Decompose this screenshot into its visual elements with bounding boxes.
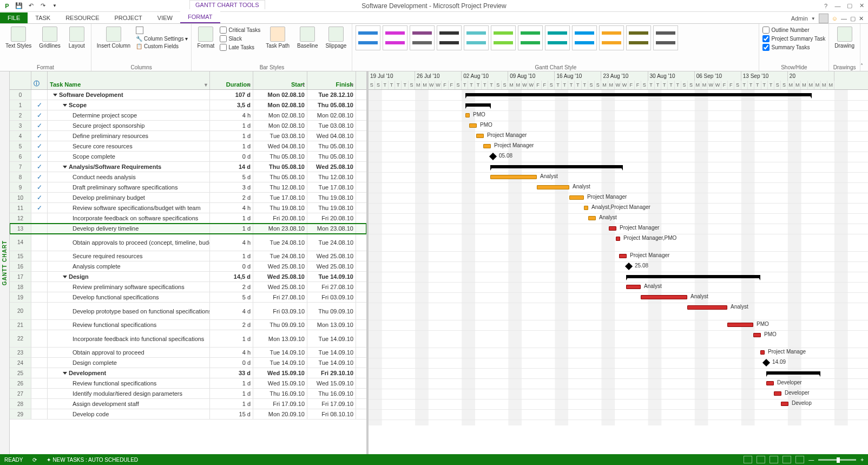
layout-button[interactable]: Layout [66, 25, 88, 50]
gantt-bar[interactable] [569, 195, 584, 200]
task-name-header[interactable]: Task Name▼ [48, 71, 210, 89]
gantt-bar[interactable] [760, 350, 765, 355]
column-settings-button[interactable]: 🔧 Column Settings ▾ [136, 36, 188, 42]
gantt-bar[interactable] [727, 323, 753, 327]
gantt-bar[interactable] [619, 254, 627, 258]
table-row[interactable]: 7✓Analysis/Software Requirements14 dThu … [10, 162, 366, 172]
gantt-bar[interactable] [687, 305, 727, 310]
gantt-bar[interactable] [766, 371, 820, 375]
undo-icon[interactable]: ↶ [26, 1, 36, 11]
task-path-button[interactable]: Task Path [264, 25, 292, 50]
view-shortcut-icon[interactable] [757, 456, 765, 463]
doc-close-icon[interactable]: ✕ [859, 15, 864, 22]
table-row[interactable]: 18Review preliminary software specificat… [10, 282, 366, 292]
summary-tasks-checkbox[interactable]: Summary Tasks [762, 44, 825, 51]
gantt-bar[interactable] [490, 165, 623, 168]
gantt-bar[interactable] [766, 381, 774, 385]
help-icon[interactable]: ? [821, 2, 830, 10]
maximize-icon[interactable]: ▢ [845, 2, 854, 10]
table-row[interactable]: 15Secure required resources1 dTue 24.08.… [10, 251, 366, 261]
start-header[interactable]: Start▼ [253, 71, 307, 89]
gantt-bar[interactable] [774, 391, 781, 396]
zoom-slider[interactable] [818, 459, 856, 461]
view-side-tab[interactable]: GANTT CHART [0, 71, 10, 454]
text-styles-button[interactable]: Text Styles [3, 25, 34, 50]
table-row[interactable]: 24Design complete0 dTue 14.09.10Tue 14.0… [10, 358, 366, 368]
table-row[interactable]: 12Incorporate feedback on software speci… [10, 213, 366, 224]
gantt-bar[interactable] [641, 295, 687, 299]
table-row[interactable]: 8✓Conduct needs analysis5 dThu 05.08.10T… [10, 172, 366, 182]
gantt-bar[interactable] [626, 275, 760, 278]
outline-number-checkbox[interactable]: Outline Number [762, 27, 825, 34]
gantt-style-swatch[interactable] [518, 25, 543, 50]
gantt-style-swatch[interactable] [572, 25, 597, 50]
gantt-style-swatch[interactable] [383, 25, 407, 50]
table-row[interactable]: 27Identify modular/tiered design paramet… [10, 389, 366, 399]
redo-icon[interactable]: ↷ [38, 1, 48, 11]
gantt-bar[interactable] [616, 237, 620, 241]
gantt-chart[interactable]: 19 Jul '1026 Jul '1002 Aug '1009 Aug '10… [369, 71, 868, 454]
gantt-bar[interactable] [483, 144, 491, 148]
custom-fields-button[interactable]: 📋 Custom Fields [136, 43, 188, 49]
table-row[interactable]: 14Obtain approvals to proceed (concept, … [10, 234, 366, 251]
tab-file[interactable]: FILE [0, 12, 28, 23]
baseline-button[interactable]: Baseline [295, 25, 320, 50]
task-grid[interactable]: ⓘ Task Name▼ Duration▼ Start▼ Finish▼ 0S… [10, 71, 369, 454]
table-row[interactable]: 22Incorporate feedback into functional s… [10, 330, 366, 348]
table-row[interactable]: 5✓Secure core resources1 dWed 04.08.10Th… [10, 141, 366, 152]
view-shortcut-icon[interactable] [744, 456, 752, 463]
table-row[interactable]: 17Design14,5 dWed 25.08.10Tue 14.09.10 [10, 272, 366, 282]
gantt-bar[interactable] [537, 185, 569, 189]
insert-column-button[interactable]: Insert Column [95, 25, 133, 50]
tab-task[interactable]: TASK [28, 12, 58, 23]
gantt-bar[interactable] [753, 333, 761, 337]
gantt-bar[interactable] [476, 134, 484, 138]
gantt-bar[interactable] [490, 175, 537, 179]
view-shortcut-icon[interactable] [770, 456, 778, 463]
gantt-bar[interactable] [781, 402, 788, 406]
bar-format-button[interactable]: Format [195, 25, 216, 50]
table-row[interactable]: 20Develop prototype based on functional … [10, 303, 366, 320]
view-shortcut-icon[interactable] [795, 456, 804, 463]
table-row[interactable]: 1✓Scope3,5 dMon 02.08.10Thu 05.08.10 [10, 100, 366, 110]
avatar[interactable] [819, 14, 828, 23]
close-icon[interactable]: ✕ [857, 2, 866, 10]
minimize-icon[interactable]: — [833, 2, 842, 10]
table-row[interactable]: 4✓Define preliminary resources1 dTue 03.… [10, 131, 366, 141]
finish-header[interactable]: Finish▼ [307, 71, 356, 89]
table-row[interactable]: 3✓Secure project sponsorship1 dMon 02.08… [10, 121, 366, 131]
duration-header[interactable]: Duration▼ [210, 71, 253, 89]
zoom-in-icon[interactable]: + [860, 457, 864, 463]
save-icon[interactable]: 💾 [14, 1, 24, 11]
gantt-bar[interactable] [588, 216, 596, 220]
drawing-button[interactable]: Drawing [832, 25, 857, 50]
gantt-style-swatch[interactable] [491, 25, 516, 50]
gridlines-button[interactable]: Gridlines [37, 25, 62, 50]
table-row[interactable]: 2✓Determine project scope4 hMon 02.08.10… [10, 110, 366, 121]
table-row[interactable]: 0Software Development107 dMon 02.08.10Tu… [10, 90, 366, 100]
table-row[interactable]: 16Analysis complete0 dWed 25.08.10Wed 25… [10, 261, 366, 272]
late-tasks-checkbox[interactable]: Late Tasks [220, 44, 260, 51]
table-row[interactable]: 25Development33 dWed 15.09.10Fri 29.10.1… [10, 368, 366, 378]
zoom-out-icon[interactable]: — [808, 457, 814, 463]
table-row[interactable]: 13Develop delivery timeline1 dMon 23.08.… [10, 224, 366, 234]
gantt-bar[interactable] [465, 103, 491, 107]
align-left-button[interactable] [136, 27, 188, 34]
gantt-bar[interactable] [609, 226, 616, 231]
gantt-style-swatch[interactable] [599, 25, 624, 50]
gantt-style-swatch[interactable] [464, 25, 489, 50]
doc-restore-icon[interactable]: ▢ [850, 15, 856, 22]
slack-checkbox[interactable]: Slack [220, 35, 260, 42]
tab-project[interactable]: PROJECT [107, 12, 150, 23]
table-row[interactable]: 9✓Draft preliminary software specificati… [10, 182, 366, 193]
gantt-style-swatch[interactable] [437, 25, 462, 50]
table-row[interactable]: 11✓Review software specifications/budget… [10, 203, 366, 213]
table-row[interactable]: 19Develop functional specifications5 dFr… [10, 292, 366, 303]
project-summary-checkbox[interactable]: Project Summary Task [762, 35, 825, 42]
gantt-style-swatch[interactable] [545, 25, 570, 50]
gantt-style-swatch[interactable] [653, 25, 678, 50]
gantt-bar[interactable] [469, 123, 477, 128]
tab-view[interactable]: VIEW [150, 12, 180, 23]
collapse-ribbon-icon[interactable]: ˄ [860, 63, 863, 69]
gantt-bar[interactable] [626, 285, 641, 289]
